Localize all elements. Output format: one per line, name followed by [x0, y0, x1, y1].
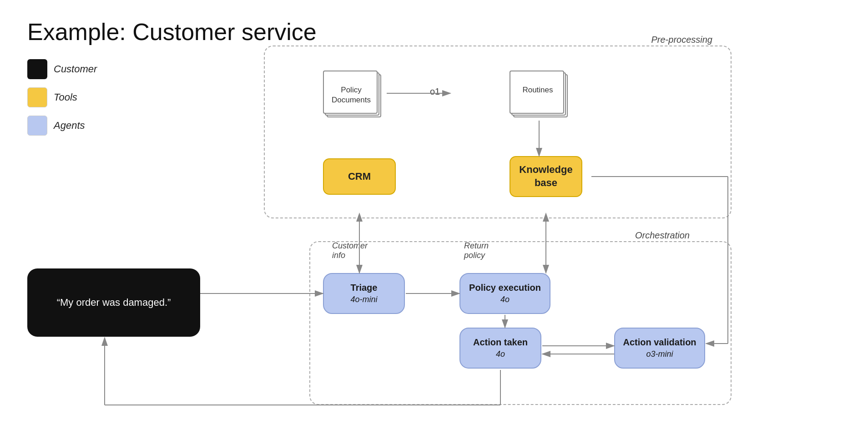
routines-label: Routines [510, 85, 565, 95]
action-label: Action taken [473, 336, 528, 349]
knowledge-base-box: Knowledgebase [510, 156, 582, 197]
return-policy-label: Returnpolicy [464, 241, 489, 260]
validation-sub: o3-mini [646, 349, 673, 359]
routines-page-1: Routines [510, 71, 564, 114]
legend-label-customer: Customer [54, 63, 97, 75]
doc-page-1: PolicyDocuments [323, 71, 378, 114]
crm-box: CRM [323, 158, 396, 195]
triage-box: Triage 4o-mini [323, 273, 405, 314]
action-validation-box: Action validation o3-mini [614, 328, 705, 369]
action-sub: 4o [496, 349, 505, 359]
policy-sub: 4o [500, 294, 510, 305]
routines-stack: Routines [510, 71, 569, 121]
customer-box: “My order was damaged.” [27, 268, 200, 337]
o1-label: o1 [430, 86, 440, 97]
triage-sub: 4o-mini [350, 294, 377, 305]
customer-info-label: Customerinfo [332, 241, 368, 260]
validation-label: Action validation [623, 336, 696, 349]
orchestration-label: Orchestration [635, 230, 690, 241]
preprocessing-label: Pre-processing [651, 35, 712, 45]
page: Example: Customer service Customer Tools… [0, 0, 868, 435]
action-taken-box: Action taken 4o [459, 328, 541, 369]
diagram: “My order was damaged.” Pre-processing P… [264, 46, 850, 417]
legend-item-tools: Tools [27, 87, 97, 107]
legend-label-agents: Agents [54, 120, 85, 132]
kb-label: Knowledgebase [519, 163, 572, 189]
legend-label-tools: Tools [54, 91, 77, 103]
policy-docs-pages: PolicyDocuments [323, 71, 382, 121]
policy-docs-stack: PolicyDocuments [323, 71, 382, 121]
policy-execution-box: Policy execution 4o [459, 273, 550, 314]
page-title: Example: Customer service [27, 18, 841, 46]
agents-color-box [27, 116, 47, 136]
orchestration-box: Orchestration [309, 241, 732, 405]
legend: Customer Tools Agents [27, 59, 97, 136]
legend-item-customer: Customer [27, 59, 97, 79]
triage-label: Triage [351, 282, 378, 294]
legend-item-agents: Agents [27, 116, 97, 136]
customer-color-box [27, 59, 47, 79]
routines-pages: Routines [510, 71, 569, 121]
crm-label: CRM [348, 170, 371, 183]
customer-message: “My order was damaged.” [48, 292, 180, 313]
policy-label: Policy execution [469, 282, 541, 294]
tools-color-box [27, 87, 47, 107]
policy-docs-label: PolicyDocuments [324, 85, 378, 105]
